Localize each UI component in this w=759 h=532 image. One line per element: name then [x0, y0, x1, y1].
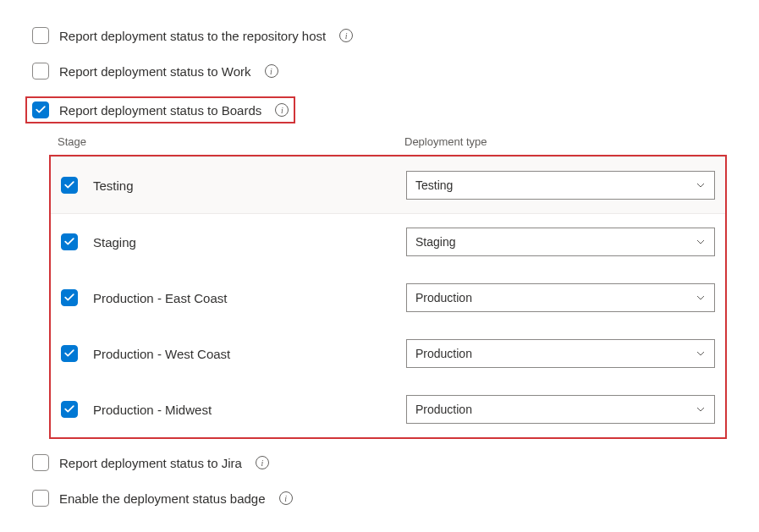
- label-jira: Report deployment status to Jira: [59, 456, 242, 470]
- chevron-down-icon: [696, 237, 706, 247]
- checkmark-icon: [63, 179, 75, 191]
- stages-header: Stage Deployment type: [49, 135, 727, 155]
- checkbox-work[interactable]: [32, 63, 49, 80]
- chevron-down-icon: [696, 404, 706, 414]
- checkmark-icon: [63, 236, 75, 248]
- dropdown-value: Production: [415, 291, 472, 304]
- dropdown-deployment-type[interactable]: Production: [406, 339, 715, 368]
- checkbox-repo-host[interactable]: [32, 27, 49, 44]
- stage-name: Production - Midwest: [93, 403, 212, 417]
- checkbox-stage-prod-west[interactable]: [61, 345, 78, 362]
- info-icon[interactable]: i: [339, 29, 353, 42]
- dropdown-deployment-type[interactable]: Production: [406, 283, 715, 312]
- chevron-down-icon: [696, 180, 706, 190]
- checkbox-stage-testing[interactable]: [61, 177, 78, 194]
- dropdown-value: Production: [415, 403, 472, 416]
- label-work: Report deployment status to Work: [59, 64, 251, 79]
- label-badge: Enable the deployment status badge: [59, 491, 266, 506]
- table-row: Production - West Coast Production: [51, 326, 725, 381]
- option-jira: Report deployment status to Jira i: [32, 452, 727, 473]
- table-row: Testing Testing: [51, 156, 725, 214]
- option-badge: Enable the deployment status badge i: [32, 488, 727, 508]
- dropdown-value: Testing: [415, 178, 453, 192]
- checkbox-jira[interactable]: [32, 454, 49, 471]
- checkbox-boards[interactable]: [32, 101, 49, 118]
- table-row: Production - East Coast Production: [51, 270, 725, 326]
- checkmark-icon: [63, 403, 75, 415]
- dropdown-deployment-type[interactable]: Testing: [406, 171, 715, 200]
- option-boards-highlighted: Report deployment status to Boards i: [25, 96, 295, 123]
- checkbox-stage-prod-east[interactable]: [61, 289, 78, 306]
- info-icon[interactable]: i: [275, 103, 289, 117]
- option-repo-host: Report deployment status to the reposito…: [32, 25, 727, 46]
- label-repo-host: Report deployment status to the reposito…: [59, 29, 326, 43]
- header-stage: Stage: [58, 135, 404, 148]
- checkmark-icon: [35, 104, 47, 116]
- dropdown-value: Staging: [415, 235, 455, 249]
- checkbox-stage-staging[interactable]: [61, 233, 78, 250]
- dropdown-deployment-type[interactable]: Production: [406, 395, 715, 424]
- dropdown-value: Production: [415, 347, 472, 360]
- stage-name: Staging: [93, 235, 136, 250]
- header-deployment-type: Deployment type: [404, 135, 718, 148]
- info-icon[interactable]: i: [279, 491, 293, 505]
- stage-name: Production - West Coast: [93, 347, 230, 361]
- chevron-down-icon: [696, 348, 706, 359]
- checkbox-stage-prod-midwest[interactable]: [61, 401, 78, 418]
- chevron-down-icon: [696, 293, 706, 303]
- info-icon[interactable]: i: [265, 64, 278, 78]
- stages-section: Stage Deployment type Testing Testing: [49, 135, 727, 439]
- stages-grid-highlighted: Testing Testing Staging Staging: [49, 155, 727, 439]
- option-work: Report deployment status to Work i: [32, 61, 727, 81]
- dropdown-deployment-type[interactable]: Staging: [406, 228, 715, 256]
- label-boards: Report deployment status to Boards: [59, 103, 261, 118]
- checkbox-badge[interactable]: [32, 490, 49, 507]
- checkmark-icon: [63, 292, 75, 304]
- table-row: Production - Midwest Production: [51, 381, 725, 437]
- checkmark-icon: [63, 348, 75, 359]
- stage-name: Testing: [93, 178, 134, 193]
- stage-name: Production - East Coast: [93, 291, 227, 305]
- table-row: Staging Staging: [51, 214, 725, 270]
- info-icon[interactable]: i: [256, 456, 269, 469]
